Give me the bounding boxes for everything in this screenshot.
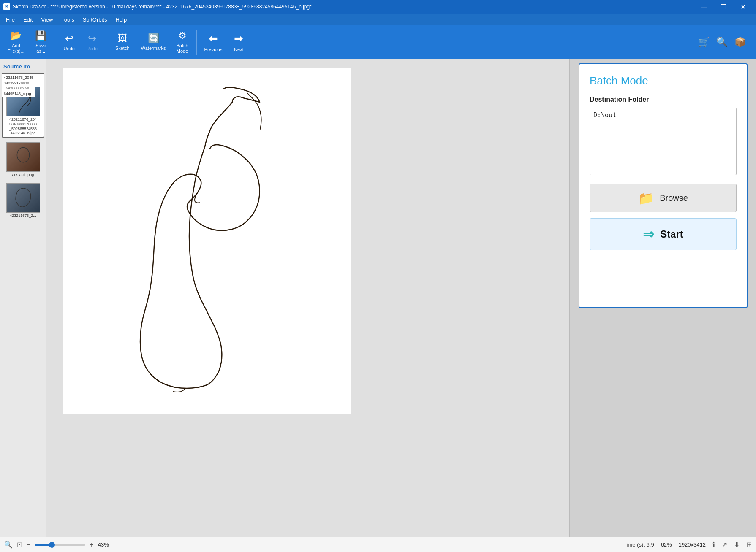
- menu-file[interactable]: File: [2, 15, 19, 24]
- app-icon: S: [3, 3, 10, 10]
- canvas-drawing: [63, 68, 351, 414]
- resolution-label: 1920x3412: [679, 541, 706, 548]
- sidebar-label-2: adsfasdf.png: [12, 173, 34, 177]
- zoom-slider-thumb: [49, 542, 55, 548]
- add-files-icon: 📂: [10, 30, 22, 41]
- batch-mode-icon: ⚙: [178, 30, 187, 41]
- zoom-value-label: 43%: [98, 541, 109, 548]
- previous-icon: ⬅: [209, 32, 218, 45]
- zoom-slider-fill: [35, 544, 50, 546]
- maximize-button[interactable]: ❐: [714, 0, 733, 14]
- watermarks-label: Watermarks: [141, 46, 166, 51]
- share-icon[interactable]: ↗: [722, 541, 727, 549]
- sketch-svg: [63, 68, 351, 414]
- right-panel-bg: Batch Mode Destination Folder 📁 Browse ⇒…: [570, 59, 756, 537]
- cart-icon[interactable]: 🛒: [696, 35, 711, 49]
- batch-mode-title: Batch Mode: [590, 74, 737, 87]
- sidebar-thumb-2: [6, 142, 40, 172]
- next-icon: ➡: [234, 32, 243, 45]
- previous-label: Previous: [204, 47, 223, 52]
- batch-mode-button[interactable]: ⚙ BatchMode: [172, 28, 193, 57]
- add-files-label: AddFile(s)...: [8, 43, 24, 54]
- box3d-icon[interactable]: 📦: [733, 35, 748, 49]
- zoom-fit-icon[interactable]: 🔍: [4, 541, 13, 549]
- start-button[interactable]: ⇒ Start: [590, 218, 737, 250]
- sidebar: Source Im... 423211676_2045340399178838_…: [0, 59, 46, 537]
- main-area: Source Im... 423211676_2045340399178838_…: [0, 59, 756, 537]
- redo-label: Redo: [87, 46, 98, 51]
- sidebar-item-3[interactable]: 423211676_2...: [2, 182, 44, 219]
- close-button[interactable]: ✕: [733, 0, 753, 14]
- zoom-slider-container[interactable]: [35, 544, 85, 546]
- title-bar: S Sketch Drawer - ****Unregistered versi…: [0, 0, 756, 14]
- tooltip-1: 423211676_2045340399178838_5928688245864…: [2, 74, 35, 97]
- toolbar-sep-3: [196, 30, 197, 55]
- canvas-area[interactable]: [46, 59, 570, 537]
- toolbar-sep-2: [106, 30, 106, 55]
- toolbar: 📂 AddFile(s)... 💾 Saveas... ↩ Undo ↪ Red…: [0, 25, 756, 59]
- window-controls: — ❐ ✕: [694, 0, 753, 14]
- sketch-button[interactable]: 🖼 Sketch: [110, 28, 135, 57]
- start-label: Start: [660, 228, 683, 240]
- sidebar-title: Source Im...: [2, 62, 44, 73]
- undo-icon: ↩: [65, 32, 73, 44]
- redo-icon: ↪: [88, 32, 96, 44]
- zoom-in-button[interactable]: +: [90, 541, 93, 549]
- redo-button[interactable]: ↪ Redo: [82, 28, 103, 57]
- menu-edit[interactable]: Edit: [19, 15, 37, 24]
- watermarks-icon: 🔄: [148, 33, 159, 44]
- next-label: Next: [234, 47, 244, 52]
- sketch-icon: 🖼: [118, 33, 127, 44]
- save-as-label: Saveas...: [35, 43, 46, 54]
- sidebar-item-2[interactable]: adsfasdf.png: [2, 141, 44, 179]
- sidebar-item-1[interactable]: 423211676_2045340399178838_5928688245864…: [2, 73, 44, 138]
- menu-bar: File Edit View Tools SoftOrbits Help: [0, 14, 756, 25]
- zoom-percent-label: 62%: [661, 541, 672, 548]
- menu-softorbits[interactable]: SoftOrbits: [79, 15, 111, 24]
- browse-button[interactable]: 📁 Browse: [590, 184, 737, 212]
- watermarks-button[interactable]: 🔄 Watermarks: [137, 28, 170, 57]
- add-files-button[interactable]: 📂 AddFile(s)...: [3, 28, 29, 57]
- destination-folder-label: Destination Folder: [590, 96, 737, 103]
- zoom-slider[interactable]: [35, 544, 85, 546]
- menu-view[interactable]: View: [37, 15, 57, 24]
- save-as-icon: 💾: [35, 30, 46, 41]
- save-status-icon[interactable]: ⬇: [734, 541, 740, 549]
- destination-folder-input[interactable]: [590, 108, 737, 175]
- menu-tools[interactable]: Tools: [57, 15, 78, 24]
- status-bar: 🔍 ⊡ − + 43% Time (s): 6.9 62% 1920x3412 …: [0, 537, 756, 552]
- minimize-button[interactable]: —: [694, 0, 714, 14]
- batch-mode-label: BatchMode: [177, 43, 188, 54]
- search-icon[interactable]: 🔍: [715, 35, 729, 49]
- undo-label: Undo: [64, 46, 75, 51]
- undo-button[interactable]: ↩ Undo: [59, 28, 80, 57]
- info-icon[interactable]: ℹ: [712, 541, 715, 549]
- toolbar-sep-1: [55, 30, 55, 55]
- sidebar-thumb-3: [6, 183, 40, 213]
- time-label: Time (s): 6.9: [623, 541, 654, 548]
- start-arrow-icon: ⇒: [643, 226, 654, 242]
- next-button[interactable]: ➡ Next: [228, 28, 249, 57]
- title-bar-title: Sketch Drawer - ****Unregistered version…: [13, 4, 312, 10]
- browse-label: Browse: [660, 193, 688, 203]
- status-right: Time (s): 6.9 62% 1920x3412 ℹ ↗ ⬇ ⊞: [623, 541, 752, 549]
- menu-help[interactable]: Help: [111, 15, 131, 24]
- save-as-button[interactable]: 💾 Saveas...: [30, 28, 52, 57]
- batch-panel: Batch Mode Destination Folder 📁 Browse ⇒…: [579, 63, 748, 308]
- actual-size-icon[interactable]: ⊡: [17, 541, 22, 549]
- svg-point-0: [17, 148, 29, 162]
- sidebar-label-3: 423211676_2...: [10, 214, 36, 218]
- toolbar-right: 🛒 🔍 📦: [696, 35, 753, 49]
- previous-button[interactable]: ⬅ Previous: [200, 28, 227, 57]
- grid-icon[interactable]: ⊞: [746, 541, 752, 549]
- sketch-label: Sketch: [115, 46, 130, 51]
- browse-folder-icon: 📁: [638, 191, 654, 206]
- zoom-out-button[interactable]: −: [27, 541, 30, 549]
- sidebar-label-1: 423211676_2045340399178838_5928688245864…: [9, 117, 37, 135]
